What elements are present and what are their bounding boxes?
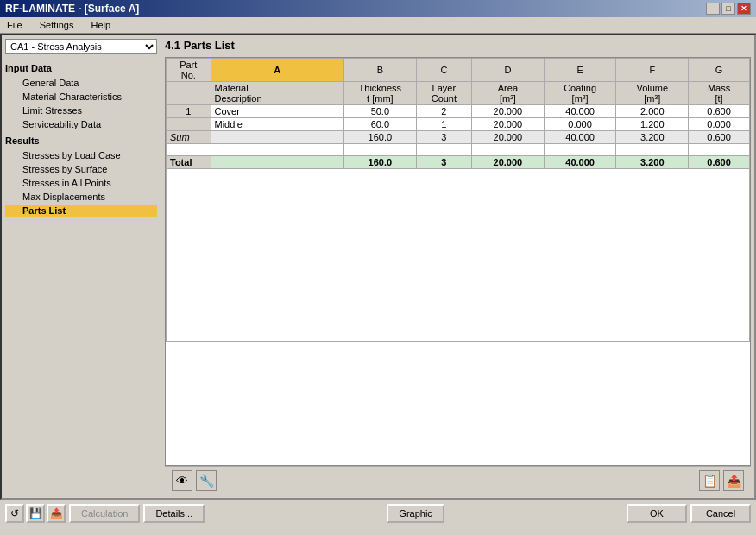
cell-volume: 2.000 [616,105,689,118]
bottom-bar: ↺ 💾 📤 Calculation Details... Graphic OK … [0,500,756,526]
menu-settings[interactable]: Settings [36,19,78,31]
cell-desc: Cover [211,105,344,118]
sidebar-item-stresses-in-all-points[interactable]: Stresses in All Points [5,177,157,189]
cell-desc [211,131,344,144]
cell-coating: 40.000 [544,131,616,144]
col-desc-row: MaterialDescription Thicknesst [mm] Laye… [167,82,750,105]
cell-thickness: 50.0 [344,105,417,118]
menu-bar: File Settings Help [0,17,756,34]
sidebar-item-serviceability-data[interactable]: Serviceability Data [5,118,157,130]
close-button[interactable]: ✕ [737,3,751,15]
table-wrapper: PartNo. A B C D E F G MaterialDescriptio… [165,57,751,466]
graphic-button[interactable]: Graphic [387,504,444,523]
maximize-button[interactable]: □ [721,3,735,15]
cell-layer-count: 3 [416,156,471,169]
cell-empty [616,144,689,156]
cell-total-label: Total [167,156,211,169]
header-material-desc: MaterialDescription [211,82,344,105]
header-col-f: F [616,59,689,82]
cell-part-no: 1 [167,105,211,118]
reset-button[interactable]: ↺ [5,504,24,523]
header-col-c: C [416,59,471,82]
cell-volume: 1.200 [616,118,689,131]
cell-desc [211,156,344,169]
sidebar-item-material-characteristics[interactable]: Material Characteristics [5,91,157,103]
col-letter-row: PartNo. A B C D E F G [167,59,750,82]
cell-area: 20.000 [472,118,545,131]
menu-help[interactable]: Help [87,19,114,31]
tool-button[interactable]: 🔧 [196,470,217,491]
menu-file[interactable]: File [3,19,26,31]
table-row-total: Total 160.0 3 20.000 40.000 3.200 0.600 [167,156,750,169]
window-title: RF-LAMINATE - [Surface A] [5,3,139,15]
header-part-no-2 [167,82,211,105]
header-volume: Volume[m³] [616,82,689,105]
title-bar: RF-LAMINATE - [Surface A] ─ □ ✕ [0,0,756,17]
cell-area: 20.000 [472,156,545,169]
cell-coating: 0.000 [544,118,616,131]
section-title: 4.1 Parts List [165,39,751,52]
cell-layer-count: 2 [416,105,471,118]
cell-empty [472,144,545,156]
cell-desc: Middle [211,118,344,131]
cell-empty [689,144,750,156]
details-button[interactable]: Details... [143,504,205,523]
sidebar-item-general-data[interactable]: General Data [5,77,157,89]
table-row-empty [167,144,750,156]
cell-empty [211,144,344,156]
export-table-button[interactable]: 📋 [699,470,720,491]
cell-layer-count: 3 [416,131,471,144]
cell-empty [416,144,471,156]
cancel-button[interactable]: Cancel [690,504,751,523]
sidebar-item-stresses-by-surface[interactable]: Stresses by Surface [5,163,157,175]
save-button[interactable]: 💾 [26,504,45,523]
input-data-label: Input Data [5,63,157,73]
cell-area: 20.000 [472,105,545,118]
main-container: CA1 - Stress Analysis Input Data General… [0,34,756,500]
cell-coating: 40.000 [544,105,616,118]
cell-mass: 0.600 [689,156,750,169]
cell-empty [344,144,417,156]
cell-thickness: 60.0 [344,118,417,131]
header-mass: Mass[t] [689,82,750,105]
header-part-no: PartNo. [167,59,211,82]
dropdown-row: CA1 - Stress Analysis [5,39,157,54]
results-label: Results [5,135,157,146]
cell-mass: 0.600 [689,131,750,144]
header-coating: Coating[m²] [544,82,616,105]
sidebar-item-limit-stresses[interactable]: Limit Stresses [5,104,157,116]
sidebar-item-max-displacements[interactable]: Max Displacements [5,191,157,203]
cell-empty [544,144,616,156]
print-button[interactable]: 📤 [723,470,744,491]
header-col-b: B [344,59,417,82]
table-row: Sum 160.0 3 20.000 40.000 3.200 0.600 [167,131,750,144]
header-thickness: Thicknesst [mm] [344,82,417,105]
cell-empty-fill [167,169,750,342]
cell-volume: 3.200 [616,131,689,144]
ok-button[interactable]: OK [627,504,687,523]
sidebar-item-parts-list[interactable]: Parts List [5,205,157,217]
cell-mass: 0.000 [689,118,750,131]
parts-list-table: PartNo. A B C D E F G MaterialDescriptio… [166,58,750,342]
export-button[interactable]: 📤 [47,504,66,523]
header-col-e: E [544,59,616,82]
view-button[interactable]: 👁 [172,470,192,491]
minimize-button[interactable]: ─ [706,3,720,15]
table-row: 1 Cover 50.0 2 20.000 40.000 2.000 0.600 [167,105,750,118]
right-panel: 4.1 Parts List PartNo. A B C D E F G [161,35,754,498]
cell-mass: 0.600 [689,105,750,118]
table-bottom-toolbar: 👁 🔧 📋 📤 [165,466,751,494]
header-area: Area[m²] [472,82,545,105]
header-col-d: D [472,59,545,82]
calculation-button[interactable]: Calculation [69,504,140,523]
sidebar-item-stresses-by-load-case[interactable]: Stresses by Load Case [5,149,157,161]
cell-thickness: 160.0 [344,156,417,169]
analysis-dropdown[interactable]: CA1 - Stress Analysis [5,39,157,54]
cell-sum-label: Sum [167,131,211,144]
header-col-a: A [211,59,344,82]
cell-coating: 40.000 [544,156,616,169]
cell-layer-count: 1 [416,118,471,131]
left-icon-group: ↺ 💾 📤 [5,504,66,523]
table-row: Middle 60.0 1 20.000 0.000 1.200 0.000 [167,118,750,131]
table-row-empty [167,169,750,342]
